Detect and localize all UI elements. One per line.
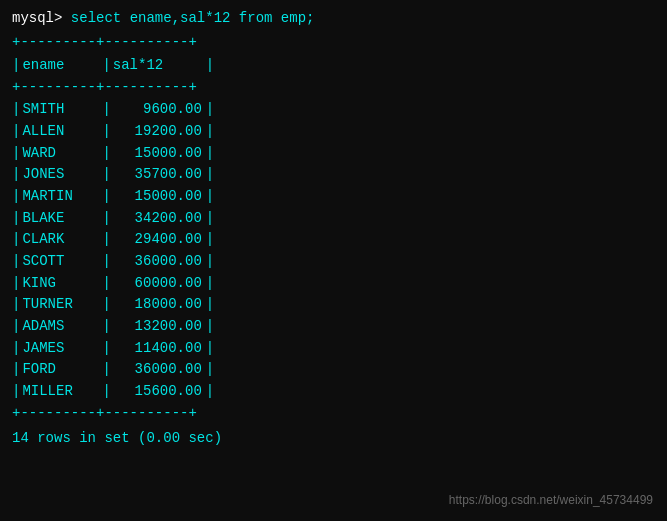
- cell-sal: 60000.00: [111, 273, 206, 295]
- table-header: | ename | sal*12 |: [12, 54, 655, 78]
- cell-sal: 15600.00: [111, 381, 206, 403]
- cell-sal: 29400.00: [111, 229, 206, 251]
- table-row: | KING | 60000.00|: [12, 273, 655, 295]
- header-ename: ename: [20, 54, 102, 78]
- cell-sal: 18000.00: [111, 294, 206, 316]
- bottom-divider: +---------+----------+: [12, 403, 655, 425]
- cell-sal: 9600.00: [111, 99, 206, 121]
- table-row: | MILLER | 15600.00|: [12, 381, 655, 403]
- cell-sal: 19200.00: [111, 121, 206, 143]
- cell-ename: SCOTT: [20, 251, 102, 273]
- cell-sal: 34200.00: [111, 208, 206, 230]
- table-body: | SMITH | 9600.00|| ALLEN | 19200.00|| W…: [12, 99, 655, 403]
- cell-ename: ALLEN: [20, 121, 102, 143]
- cell-ename: TURNER: [20, 294, 102, 316]
- table-row: | CLARK | 29400.00|: [12, 229, 655, 251]
- table-row: | JONES | 35700.00|: [12, 164, 655, 186]
- result-table: +---------+----------+ | ename | sal*12 …: [12, 32, 655, 424]
- cell-ename: ADAMS: [20, 316, 102, 338]
- table-row: | MARTIN | 15000.00|: [12, 186, 655, 208]
- table-row: | ALLEN | 19200.00|: [12, 121, 655, 143]
- cell-ename: CLARK: [20, 229, 102, 251]
- cell-sal: 36000.00: [111, 359, 206, 381]
- top-divider: +---------+----------+: [12, 32, 655, 54]
- table-row: | JAMES | 11400.00|: [12, 338, 655, 360]
- cell-ename: BLAKE: [20, 208, 102, 230]
- header-sal: sal*12: [111, 54, 206, 78]
- table-row: | SMITH | 9600.00|: [12, 99, 655, 121]
- table-row: | SCOTT | 36000.00|: [12, 251, 655, 273]
- cell-ename: FORD: [20, 359, 102, 381]
- table-row: | FORD | 36000.00|: [12, 359, 655, 381]
- table-row: | WARD | 15000.00|: [12, 143, 655, 165]
- cell-sal: 15000.00: [111, 186, 206, 208]
- cell-ename: MILLER: [20, 381, 102, 403]
- watermark: https://blog.csdn.net/weixin_45734499: [449, 493, 653, 507]
- sql-command: select ename,sal*12 from emp;: [62, 10, 314, 26]
- table-row: | ADAMS | 13200.00|: [12, 316, 655, 338]
- row-count: 14 rows in set (0.00 sec): [12, 430, 655, 446]
- cell-ename: WARD: [20, 143, 102, 165]
- cell-sal: 15000.00: [111, 143, 206, 165]
- cell-ename: MARTIN: [20, 186, 102, 208]
- cell-ename: JAMES: [20, 338, 102, 360]
- mid-divider: +---------+----------+: [12, 77, 655, 99]
- cell-sal: 11400.00: [111, 338, 206, 360]
- command-line: mysql> select ename,sal*12 from emp;: [12, 10, 655, 26]
- cell-sal: 36000.00: [111, 251, 206, 273]
- cell-sal: 13200.00: [111, 316, 206, 338]
- mysql-prompt: mysql>: [12, 10, 62, 26]
- cell-ename: SMITH: [20, 99, 102, 121]
- cell-ename: KING: [20, 273, 102, 295]
- table-row: | TURNER | 18000.00|: [12, 294, 655, 316]
- cell-sal: 35700.00: [111, 164, 206, 186]
- cell-ename: JONES: [20, 164, 102, 186]
- table-row: | BLAKE | 34200.00|: [12, 208, 655, 230]
